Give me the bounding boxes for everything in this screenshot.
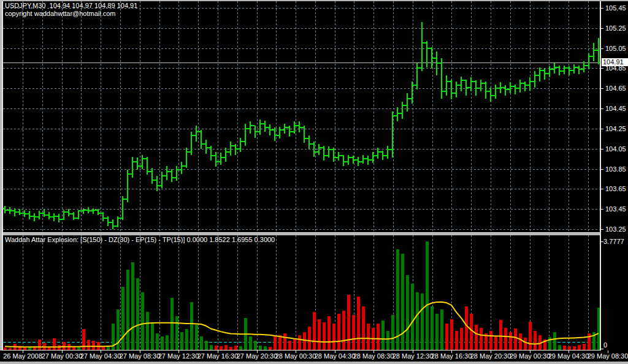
ohlc-close-tick (15, 211, 17, 213)
ohlc-open-tick (537, 75, 539, 76)
ohlc-open-tick (415, 85, 416, 86)
ohlc-open-tick (542, 70, 544, 71)
ohlc-open-tick (370, 159, 372, 161)
ohlc-close-tick (172, 177, 174, 178)
ohlc-close-tick (290, 131, 292, 132)
ohlc-bar (147, 157, 148, 175)
ohlc-close-tick (398, 113, 400, 114)
ohlc-bar (573, 64, 575, 74)
ohlc-bar (510, 82, 511, 93)
ohlc-open-tick (110, 222, 112, 223)
ohlc-open-tick (130, 173, 132, 175)
ohlc-bar (255, 126, 256, 138)
ohlc-bar (377, 148, 378, 159)
ohlc-close-tick (295, 125, 297, 126)
time-axis-label: 28 May 04:30 (315, 352, 356, 360)
ohlc-bar (151, 168, 153, 184)
ohlc-open-tick (115, 226, 117, 227)
ohlc-bar (142, 155, 143, 169)
ohlc-close-tick (589, 56, 591, 57)
ohlc-open-tick (204, 143, 205, 145)
ohlc-bar (436, 51, 437, 75)
explosion-bar-down (220, 346, 223, 350)
ohlc-bar (9, 207, 10, 214)
explosion-bar-down (92, 341, 95, 350)
explosion-bar-up (146, 312, 149, 350)
ohlc-bar (73, 212, 74, 220)
price-chart-pane[interactable]: USDJPY,M30 104.94 104.97 104.89 104.91 c… (3, 1, 601, 233)
ohlc-bar (564, 66, 565, 75)
explosion-bar-down (234, 346, 237, 350)
ohlc-bar (323, 146, 324, 161)
price-axis-tick (601, 149, 603, 150)
explosion-bar-down (367, 324, 370, 350)
time-axis[interactable]: 26 May 200827 May 00:3027 May 04:3027 Ma… (0, 351, 628, 362)
ohlc-close-tick (133, 161, 135, 162)
ohlc-open-tick (135, 161, 137, 162)
ohlc-open-tick (233, 145, 235, 146)
ohlc-open-tick (140, 165, 142, 167)
ohlc-bar (284, 124, 285, 134)
ohlc-close-tick (496, 88, 498, 89)
ohlc-close-tick (6, 210, 7, 211)
ohlc-bar (137, 157, 138, 170)
time-axis-label: 27 May 20:30 (237, 352, 278, 360)
explosion-bar-down (303, 332, 306, 350)
ohlc-close-tick (280, 129, 282, 131)
ohlc-open-tick (17, 211, 19, 213)
ohlc-close-tick (388, 149, 390, 150)
ohlc-close-tick (109, 222, 110, 223)
explosion-bar-up (190, 302, 193, 350)
price-chart-canvas[interactable] (3, 1, 601, 232)
ohlc-close-tick (324, 155, 326, 156)
time-axis-label: 29 May 00:30 (510, 352, 551, 360)
ohlc-open-tick (169, 171, 171, 172)
explosion-bar-down (318, 319, 321, 350)
time-axis-label: 28 May 20:30 (470, 352, 511, 360)
ohlc-close-tick (143, 158, 145, 159)
explosion-bar-down (87, 340, 90, 350)
ohlc-open-tick (66, 211, 68, 213)
ohlc-close-tick (530, 81, 532, 82)
ohlc-bar (529, 77, 530, 90)
price-axis-label: 103.25 (605, 226, 626, 233)
ohlc-open-tick (473, 81, 475, 82)
explosion-bar-up (166, 335, 169, 350)
ohlc-open-tick (439, 63, 441, 64)
ohlc-bar (235, 144, 236, 155)
ohlc-close-tick (526, 85, 527, 86)
ohlc-bar (451, 80, 452, 100)
indicator-canvas[interactable] (3, 235, 601, 350)
ohlc-open-tick (547, 73, 549, 74)
ohlc-close-tick (99, 213, 101, 214)
price-axis-tick (601, 229, 603, 230)
ohlc-bar (544, 68, 545, 79)
explosion-bar-down (337, 314, 340, 350)
ohlc-close-tick (511, 86, 513, 87)
explosion-bar-down (494, 335, 497, 350)
ohlc-bar (78, 210, 79, 219)
price-axis-label: 104.85 (605, 64, 626, 72)
ohlc-close-tick (163, 175, 164, 176)
ohlc-close-tick (128, 173, 130, 175)
ohlc-bar (4, 206, 6, 213)
ohlc-bar (333, 148, 334, 162)
price-axis[interactable]: 104.91 3.7777 0 105.45105.25105.05104.85… (601, 1, 628, 362)
explosion-bar-up (381, 320, 385, 350)
ohlc-open-tick (419, 67, 421, 69)
ohlc-close-tick (182, 165, 184, 167)
time-axis-label: 28 May 12:30 (392, 352, 434, 360)
explosion-bar-down (38, 339, 41, 350)
ohlc-close-tick (123, 199, 125, 200)
ohlc-bar (176, 166, 177, 181)
ohlc-bar (44, 209, 45, 217)
ohlc-open-tick (71, 213, 73, 214)
indicator-pane[interactable]: Waddah Attar Explosion: [S(150) - DZ(30)… (3, 235, 601, 351)
ohlc-bar (402, 102, 403, 119)
ohlc-close-tick (221, 157, 223, 158)
explosion-bar-down (288, 341, 291, 350)
ohlc-open-tick (312, 143, 313, 145)
ohlc-open-tick (61, 219, 63, 220)
ohlc-bar (186, 148, 187, 168)
explosion-bar-up (426, 241, 429, 350)
